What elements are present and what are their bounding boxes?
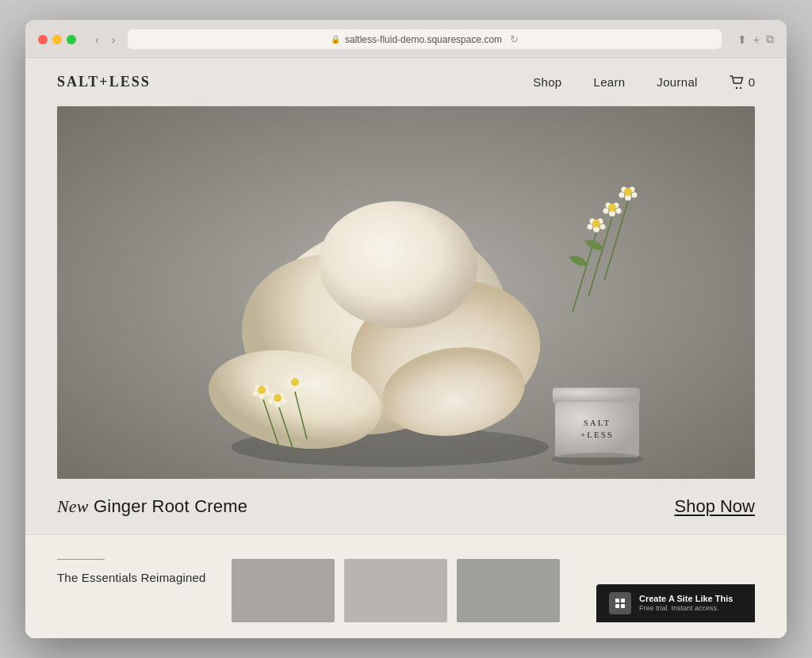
svg-point-41 [253,391,259,396]
product-thumb-2[interactable] [344,559,447,622]
product-bar: New Ginger Root Creme Shop Now [25,479,787,534]
svg-text:+LESS: +LESS [580,430,614,439]
svg-point-24 [608,204,616,212]
svg-point-14 [588,224,593,230]
share-button[interactable]: ⬆ [737,33,747,46]
traffic-lights [38,35,76,44]
essentials-title: The Essentials Reimagined [57,571,216,584]
browser-actions: ⬆ + ⧉ [737,33,774,46]
svg-point-47 [286,383,292,388]
forward-button[interactable]: › [109,32,119,48]
site-content: SALT+LESS Shop Learn Journal 0 [25,58,787,638]
url-text: saltless-fluid-demo.squarespace.com [345,34,502,45]
product-title: New Ginger Root Creme [57,496,247,517]
svg-rect-61 [621,604,625,608]
bottom-section: The Essentials Reimagined [25,534,787,638]
tabs-button[interactable]: ⧉ [766,33,774,46]
cart-icon [730,75,745,90]
cart-button[interactable]: 0 [730,75,755,90]
browser-chrome: ‹ › 🔒 saltless-fluid-demo.squarespace.co… [25,20,787,58]
svg-point-1 [739,86,741,88]
browser-window: ‹ › 🔒 saltless-fluid-demo.squarespace.co… [25,20,787,638]
svg-text:SALT: SALT [584,418,611,427]
close-button[interactable] [38,35,48,44]
squarespace-subtitle: Free trial. Instant access. [639,604,742,614]
svg-rect-58 [615,599,619,603]
svg-point-39 [274,394,282,402]
svg-point-36 [282,399,287,404]
svg-rect-52 [553,388,640,404]
product-name-italic: New [57,496,89,516]
nav-shop[interactable]: Shop [533,75,561,89]
lock-icon: 🔒 [331,35,340,44]
hero-svg: SALT +LESS [57,106,755,479]
svg-point-48 [299,383,304,388]
logo-text: SALT+LESS [57,74,151,90]
product-thumb-1[interactable] [232,559,335,622]
shop-now-link[interactable]: Shop Now [674,496,755,517]
refresh-icon: ↻ [510,33,519,45]
svg-point-18 [592,220,600,228]
svg-point-15 [600,224,606,230]
svg-point-21 [616,208,622,214]
squarespace-banner[interactable]: Create A Site Like This Free trial. Inst… [596,584,755,622]
svg-point-42 [266,391,271,396]
nav-learn[interactable]: Learn [593,75,625,89]
site-nav: Shop Learn Journal 0 [533,75,755,90]
cart-count: 0 [749,75,755,89]
svg-rect-60 [615,604,619,608]
product-name-rest: Ginger Root Creme [89,496,247,516]
site-logo[interactable]: SALT+LESS [57,74,151,90]
svg-point-45 [258,386,266,394]
svg-point-51 [291,378,299,386]
new-tab-button[interactable]: + [753,33,760,46]
browser-controls: ‹ › [92,32,118,48]
minimize-button[interactable] [52,35,62,44]
svg-rect-59 [621,599,625,603]
essentials-text-col: The Essentials Reimagined [57,559,216,584]
svg-point-0 [735,86,737,88]
svg-point-30 [624,188,632,196]
svg-point-27 [632,193,638,198]
product-thumb-3[interactable] [457,559,560,622]
back-button[interactable]: ‹ [92,32,102,48]
svg-point-20 [603,208,609,214]
bottom-content: The Essentials Reimagined [57,559,755,622]
essentials-divider [57,559,105,560]
squarespace-text: Create A Site Like This Free trial. Inst… [639,593,742,614]
maximize-button[interactable] [67,35,76,44]
svg-point-57 [551,453,643,465]
hero-image: SALT +LESS [57,106,755,479]
squarespace-logo [609,592,631,614]
squarespace-title: Create A Site Like This [639,593,742,604]
address-bar[interactable]: 🔒 saltless-fluid-demo.squarespace.com ↻ [128,29,721,49]
site-header: SALT+LESS Shop Learn Journal 0 [25,58,787,106]
svg-point-35 [269,399,274,404]
nav-journal[interactable]: Journal [657,75,697,89]
svg-point-26 [619,193,625,198]
